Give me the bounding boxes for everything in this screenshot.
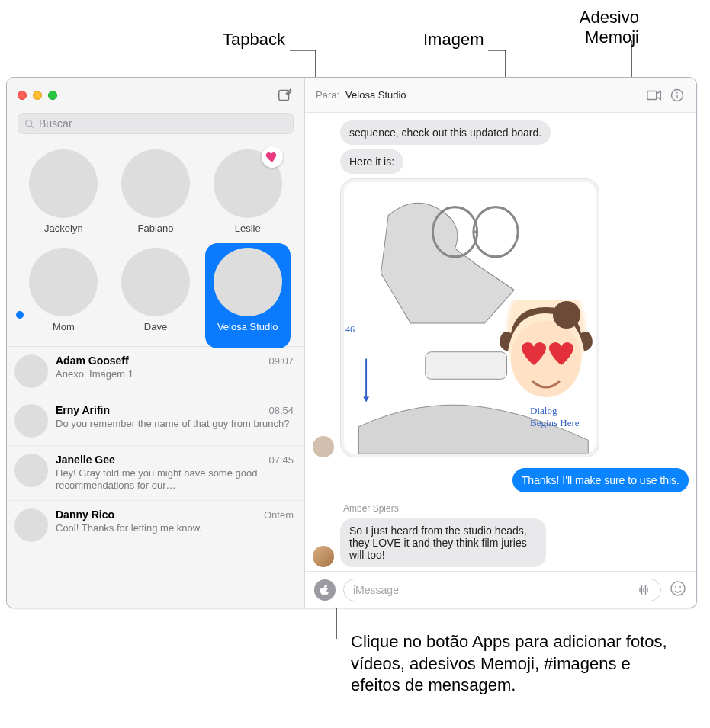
svg-point-4	[676, 91, 678, 93]
conversation-preview: Do you remember the name of that guy fro…	[56, 418, 294, 430]
conversation-time: Ontem	[264, 509, 294, 521]
pin-dave[interactable]: Dave	[110, 248, 202, 332]
conversation-time: 07:45	[268, 454, 294, 466]
pin-label: Mom	[53, 321, 75, 332]
avatar	[29, 149, 98, 218]
conversation-row[interactable]: Janelle Gee 07:45 Hey! Gray told me you …	[7, 446, 304, 501]
label-tapback: Tapback	[223, 30, 285, 50]
avatar	[14, 404, 48, 438]
memoji-sticker[interactable]	[496, 300, 596, 406]
pin-mom[interactable]: Mom	[18, 248, 110, 332]
pin-label: Jackelyn	[44, 223, 83, 234]
apps-button[interactable]	[314, 579, 336, 601]
avatar	[29, 248, 98, 316]
message-bubble-sent[interactable]: Thanks! I'll make sure to use this.	[512, 468, 689, 492]
message-input[interactable]: iMessage	[343, 579, 661, 601]
compose-button[interactable]	[277, 87, 294, 104]
sidebar: Buscar Jackelyn Fabiano Leslie Mom	[7, 78, 305, 608]
pinned-grid: Jackelyn Fabiano Leslie Mom Dave	[7, 143, 304, 346]
sender-name: Amber Spiers	[343, 503, 689, 514]
svg-point-16	[679, 586, 681, 588]
voice-memo-icon[interactable]	[636, 582, 651, 598]
avatar	[121, 149, 190, 218]
unread-dot-icon	[16, 311, 24, 319]
pin-fabiano[interactable]: Fabiano	[110, 149, 202, 234]
conversation-time: 09:07	[268, 355, 294, 367]
search-input[interactable]: Buscar	[18, 113, 294, 134]
sender-avatar[interactable]	[313, 546, 334, 567]
conversation-time: 08:54	[268, 405, 294, 416]
conversation-row[interactable]: Danny Rico Ontem Cool! Thanks for lettin…	[7, 501, 304, 550]
pin-label: Dave	[144, 321, 167, 332]
conversation-name: Danny Rico	[56, 508, 114, 521]
avatar	[14, 454, 48, 487]
info-icon[interactable]	[669, 87, 686, 104]
emoji-button[interactable]	[669, 579, 687, 601]
message-bubble[interactable]: So I just heard from the studio heads, t…	[340, 518, 546, 567]
avatar	[14, 508, 48, 542]
to-label: Para:	[316, 89, 339, 101]
chat-scroll[interactable]: sequence, check out this updated board. …	[305, 113, 696, 571]
pin-jackelyn[interactable]: Jackelyn	[18, 149, 110, 234]
to-value: Velosa Studio	[345, 89, 406, 101]
message-placeholder: iMessage	[353, 584, 630, 596]
conversation-preview: Hey! Gray told me you might have some go…	[56, 467, 294, 492]
chat-header: Para: Velosa Studio	[305, 78, 696, 113]
message-bubble[interactable]: sequence, check out this updated board.	[340, 120, 551, 145]
message-image[interactable]: 45 Hold on actor reading 46 Cut (Fade in…	[340, 178, 599, 457]
pin-velosa-studio[interactable]: Velosa Studio	[201, 248, 294, 332]
svg-point-12	[511, 321, 581, 397]
conversation-row[interactable]: Adam Gooseff 09:07 Anexo: Imagem 1	[7, 347, 304, 396]
avatar	[121, 248, 190, 316]
pin-label: Velosa Studio	[217, 321, 278, 332]
window-titlebar	[7, 78, 304, 113]
window-maximize-button[interactable]	[48, 91, 57, 100]
label-memoji: Adesivo Memoji	[548, 8, 639, 47]
conversation-list: Adam Gooseff 09:07 Anexo: Imagem 1 Erny …	[7, 346, 304, 608]
compose-bar: iMessage	[305, 571, 696, 608]
avatar	[214, 248, 282, 316]
messages-window: Buscar Jackelyn Fabiano Leslie Mom	[6, 77, 697, 608]
window-minimize-button[interactable]	[33, 91, 42, 100]
tapback-heart-icon	[262, 146, 283, 168]
svg-point-14	[671, 582, 685, 595]
pin-label: Leslie	[235, 223, 261, 234]
conversation-preview: Cool! Thanks for letting me know.	[56, 522, 294, 534]
conversation-name: Adam Gooseff	[56, 354, 129, 367]
svg-rect-2	[647, 91, 657, 99]
conversation-row[interactable]: Erny Arifin 08:54 Do you remember the na…	[7, 396, 304, 446]
sender-avatar[interactable]	[313, 436, 334, 457]
label-image: Imagem	[423, 30, 484, 50]
svg-point-13	[553, 301, 580, 329]
chat-pane: Para: Velosa Studio sequence, check out …	[305, 78, 696, 608]
search-placeholder: Buscar	[39, 117, 72, 130]
image-note: Dialog Begins Here	[530, 405, 583, 429]
svg-rect-10	[426, 352, 507, 380]
pin-label: Fabiano	[138, 223, 174, 234]
avatar	[14, 354, 48, 388]
svg-point-1	[26, 120, 32, 126]
label-apps-hint: Clique no botão Apps para adicionar foto…	[351, 631, 679, 697]
facetime-icon[interactable]	[646, 87, 663, 104]
conversation-name: Janelle Gee	[56, 454, 115, 466]
message-bubble[interactable]: Here it is:	[340, 149, 403, 174]
svg-point-15	[675, 586, 676, 588]
conversation-preview: Anexo: Imagem 1	[56, 368, 294, 380]
conversation-name: Erny Arifin	[56, 404, 110, 416]
window-close-button[interactable]	[18, 91, 27, 100]
pin-leslie[interactable]: Leslie	[201, 149, 294, 234]
